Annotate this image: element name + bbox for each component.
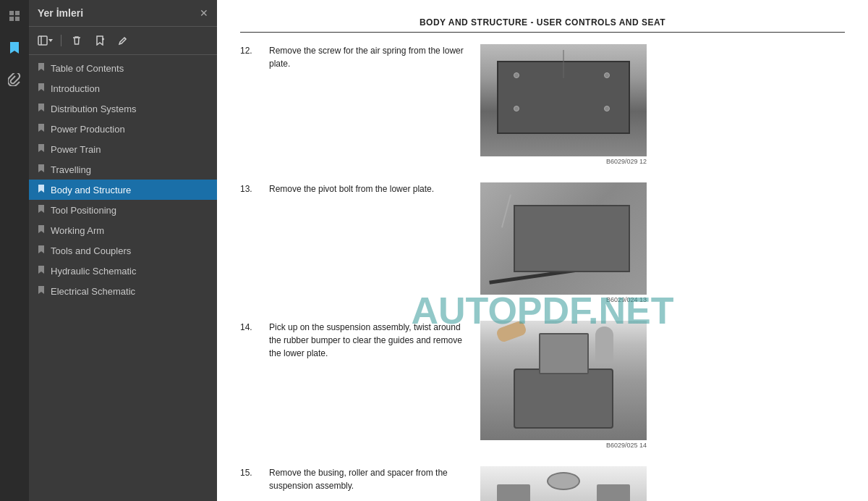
bookmark-label: Distribution Systems [51,104,136,114]
instruction-text: Pick up on the suspension assembly, twis… [269,321,472,360]
bookmark-icon [38,204,45,216]
instruction-number: 14. [240,321,260,332]
attachment-icon[interactable] [4,70,25,90]
add-bookmark-button[interactable] [90,33,109,49]
bookmark-item-body[interactable]: Body and Structure [29,180,217,200]
edit-button[interactable] [114,33,132,49]
bookmark-icon [38,224,45,236]
icon-bar [0,0,29,501]
instruction-row: 13. Remove the pivot bolt from the lower… [240,182,845,303]
instruction-row: 14. Pick up on the suspension assembly, … [240,321,845,449]
instruction-number: 15. [240,466,260,478]
bookmark-icon [38,103,45,114]
instruction-number: 13. [240,182,260,194]
bookmark-icon [38,143,45,155]
bookmark-icon [38,62,45,74]
bookmark-label: Working Arm [51,225,104,236]
bookmark-item-intro[interactable]: Introduction [29,78,217,98]
document-page: BODY AND STRUCTURE - USER CONTROLS AND S… [217,0,868,501]
bookmark-item-toolpos[interactable]: Tool Positioning [29,200,217,220]
bookmark-panel-icon[interactable] [4,38,25,58]
bookmark-label: Table of Contents [51,63,124,74]
bookmark-icon [38,285,45,297]
bookmark-icon [38,184,45,195]
instruction-image-15 [480,466,647,501]
bookmark-icon [38,123,45,135]
instruction-row: 15. Remove the busing, roller and spacer… [240,466,845,501]
svg-rect-0 [9,11,14,15]
instruction-text: Remove the pivot bolt from the lower pla… [269,182,472,195]
bookmark-item-hydro[interactable]: Hydraulic Schematic [29,261,217,281]
delete-button[interactable] [67,33,86,49]
instruction-image-14 [480,321,647,440]
page-header: BODY AND STRUCTURE - USER CONTROLS AND S… [240,17,845,33]
svg-rect-1 [15,11,20,15]
close-button[interactable]: ✕ [200,7,208,19]
instruction-row: 12. Remove the screw for the air spring … [240,44,845,165]
bookmark-icon [38,265,45,277]
panel-header: Yer İmleri ✕ [29,0,217,27]
bookmarks-panel: Yer İmleri ✕ [29,0,217,501]
bookmark-label: Travelling [51,164,91,175]
svg-rect-3 [15,17,20,21]
instruction-image-12 [480,44,647,156]
bookmark-item-travel[interactable]: Travelling [29,159,217,180]
bookmark-icon [38,83,45,94]
bookmark-item-powerprod[interactable]: Power Production [29,119,217,139]
bookmark-label: Power Train [51,144,101,155]
instruction-text: Remove the busing, roller and spacer fro… [269,466,472,492]
bookmark-label: Tools and Couplers [51,245,131,256]
bookmark-item-powertrain[interactable]: Power Train [29,139,217,159]
image-14-caption: B6029/025 14 [606,442,647,449]
bookmark-item-toc[interactable]: Table of Contents [29,58,217,78]
bookmark-icon [38,245,45,256]
image-12-caption: B6029/029 12 [606,158,647,165]
bookmark-item-tools[interactable]: Tools and Couplers [29,240,217,261]
panel-title: Yer İmleri [38,7,83,19]
content-section: 12. Remove the screw for the air spring … [240,44,845,501]
instruction-number: 12. [240,44,260,56]
bookmark-list: Table of ContentsIntroductionDistributio… [29,55,217,501]
expand-button[interactable] [36,33,55,49]
bookmark-label: Introduction [51,83,100,94]
image-13-caption: B6029/024 13 [606,296,647,303]
bookmark-label: Electrical Schematic [51,286,135,297]
bookmark-label: Body and Structure [51,185,131,195]
bookmark-label: Tool Positioning [51,205,116,216]
instruction-text: Remove the screw for the air spring from… [269,44,472,70]
bookmark-item-elec[interactable]: Electrical Schematic [29,281,217,301]
bookmark-icon [38,164,45,175]
panel-toolbar [29,27,217,55]
toolbar-separator [61,35,61,46]
bookmark-label: Power Production [51,124,125,135]
bookmark-item-workarm[interactable]: Working Arm [29,220,217,240]
layers-icon[interactable] [4,6,25,26]
instruction-image-13 [480,182,647,295]
main-content[interactable]: BODY AND STRUCTURE - USER CONTROLS AND S… [217,0,868,501]
bookmark-item-dist[interactable]: Distribution Systems [29,98,217,119]
bookmark-label: Hydraulic Schematic [51,266,137,277]
svg-rect-4 [38,36,47,45]
svg-rect-2 [9,17,14,21]
